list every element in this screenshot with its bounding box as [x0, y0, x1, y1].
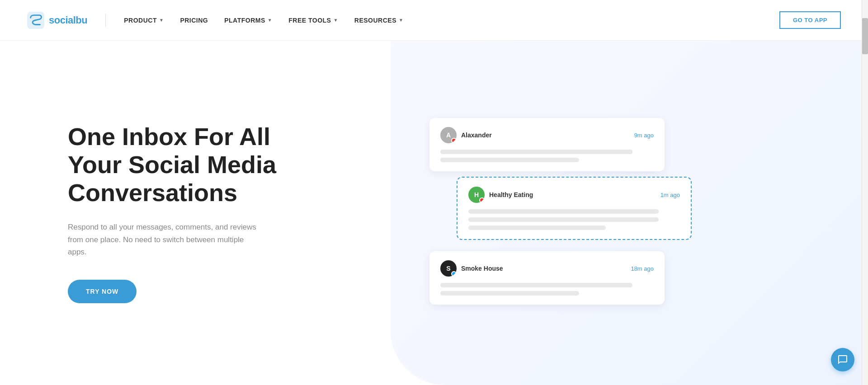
- chevron-down-icon: ▼: [268, 18, 272, 23]
- avatar-healthy-eating: H: [468, 187, 485, 203]
- nav-item-pricing[interactable]: PRICING: [180, 17, 208, 24]
- nav-item-product[interactable]: PRODUCT ▼: [124, 17, 164, 24]
- nav-item-free-tools[interactable]: FREE TOOLS ▼: [288, 17, 338, 24]
- hero-title: One Inbox For All Your Social Media Conv…: [68, 122, 303, 207]
- msg-lines-1: [440, 150, 654, 162]
- message-card-1[interactable]: A Alaxander 9m ago: [429, 118, 665, 171]
- msg-header-1: A Alaxander 9m ago: [440, 127, 654, 143]
- msg-sender-1: A Alaxander: [440, 127, 492, 143]
- inbox-area: A Alaxander 9m ago H: [321, 100, 800, 326]
- chevron-down-icon: ▼: [399, 18, 403, 23]
- msg-line: [440, 150, 632, 154]
- msg-sender-2: H Healthy Eating: [468, 187, 533, 203]
- nav-cta: GO TO APP: [779, 11, 841, 29]
- msg-header-3: S Smoke House 18m ago: [440, 260, 654, 277]
- sender-name-1: Alaxander: [461, 131, 492, 139]
- inbox-cards: A Alaxander 9m ago H: [429, 118, 692, 308]
- sender-name-3: Smoke House: [461, 265, 503, 272]
- go-to-app-button[interactable]: GO TO APP: [779, 11, 841, 29]
- chat-support-button[interactable]: [831, 348, 854, 371]
- nav-item-platforms[interactable]: PLATFORMS ▼: [224, 17, 272, 24]
- message-card-3[interactable]: S Smoke House 18m ago: [429, 251, 665, 305]
- nav-links: PRODUCT ▼ PRICING PLATFORMS ▼ FREE TOOLS…: [124, 17, 779, 24]
- nav-divider: [105, 14, 106, 27]
- message-card-2[interactable]: H Healthy Eating 1m ago: [457, 177, 692, 240]
- msg-sender-3: S Smoke House: [440, 260, 503, 277]
- msg-line: [468, 225, 606, 230]
- avatar-smoke-house: S: [440, 260, 457, 277]
- avatar-alaxander: A: [440, 127, 457, 143]
- msg-time-3: 18m ago: [631, 265, 654, 272]
- msg-time-1: 9m ago: [634, 132, 654, 139]
- scrollbar-thumb[interactable]: [862, 18, 868, 54]
- logo-text: socialbu: [49, 14, 87, 26]
- msg-line: [440, 158, 579, 162]
- msg-time-2: 1m ago: [660, 192, 680, 198]
- msg-line: [440, 283, 632, 287]
- navbar: socialbu PRODUCT ▼ PRICING PLATFORMS ▼ F…: [0, 0, 868, 41]
- scrollbar[interactable]: [862, 0, 868, 385]
- msg-line: [440, 291, 579, 296]
- msg-lines-2: [468, 209, 680, 230]
- msg-line: [468, 209, 659, 214]
- logo-icon: [27, 12, 44, 29]
- nav-item-resources[interactable]: RESOURCES ▼: [354, 17, 404, 24]
- msg-header-2: H Healthy Eating 1m ago: [468, 187, 680, 203]
- hero-text: One Inbox For All Your Social Media Conv…: [68, 122, 321, 303]
- chat-icon: [837, 354, 848, 365]
- sender-name-2: Healthy Eating: [489, 191, 533, 198]
- logo-area[interactable]: socialbu: [27, 12, 87, 29]
- chevron-down-icon: ▼: [159, 18, 164, 23]
- hero-subtitle: Respond to all your messages, comments, …: [68, 221, 258, 258]
- chevron-down-icon: ▼: [333, 18, 338, 23]
- msg-line: [468, 217, 659, 222]
- sender-badge: [451, 138, 457, 143]
- sender-badge: [479, 197, 485, 203]
- msg-lines-3: [440, 283, 654, 296]
- sender-badge: [451, 271, 457, 277]
- try-now-button[interactable]: TRY NOW: [68, 280, 137, 303]
- main-content: One Inbox For All Your Social Media Conv…: [0, 41, 868, 385]
